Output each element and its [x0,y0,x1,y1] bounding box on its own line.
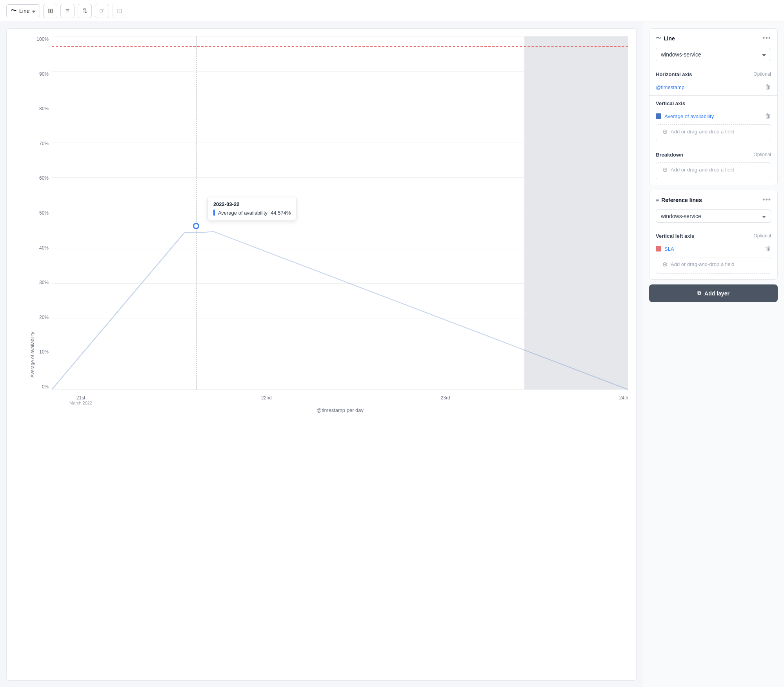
vertical-axis-field-name[interactable]: Average of availability [664,113,714,119]
horizontal-axis-field: @timestamp 🗑 [649,80,777,94]
sla-trash[interactable]: 🗑 [765,245,771,252]
reference-datasource-label: windows-service [661,213,701,219]
sla-field-name[interactable]: SLA [664,246,674,252]
tooltip-field-label: Average of availability [218,210,267,216]
y-tick-70: 70% [34,141,52,146]
vertical-axis-field: Average of availability 🗑 [649,109,777,123]
layer-section: 〜 Line ••• windows-service Horizontal ax… [649,28,778,185]
add-icon-breakdown: ⊕ [662,166,668,173]
y-tick-30: 30% [34,280,52,285]
reference-section-header: ≡ Reference lines ••• [649,190,777,210]
breakdown-add-field[interactable]: ⊕ Add or drag-and-drop a field [656,162,771,179]
layer-datasource-chevron [762,51,766,58]
chart-line-svg [52,36,628,390]
sort-icon: ⇅ [82,7,87,15]
y-tick-100: 100% [34,36,52,42]
layer-section-header: 〜 Line ••• [649,29,777,48]
sort-icon-button[interactable]: ⇅ [78,4,92,18]
vertical-left-axis-label: Vertical left axis Optional [649,228,777,242]
tooltip-date: 2022-03-22 [213,201,291,207]
reference-more-button[interactable]: ••• [762,196,771,204]
layer-datasource-label: windows-service [661,51,701,58]
timestamp-field[interactable]: @timestamp [656,84,684,90]
settings-icon: ≡ [66,7,69,15]
reference-title: ≡ Reference lines [656,197,702,203]
y-tick-80: 80% [34,106,52,111]
breakdown-label: Breakdown Optional [649,147,777,161]
reference-datasource-chevron [762,213,766,219]
x-tick-21: 21st March 2022 [69,395,92,405]
chart-type-dropdown[interactable]: 〜 Line [6,4,40,17]
disabled-icon-button: ⊡ [112,4,126,18]
add-layer-icon: ⧉ [697,290,701,297]
table-icon-button[interactable]: ⊞ [43,4,57,18]
y-tick-20: 20% [34,315,52,320]
table-icon: ⊞ [48,7,53,15]
y-tick-60: 60% [34,175,52,181]
y-tick-10: 10% [34,349,52,355]
disabled-icon: ⊡ [117,7,122,15]
y-tick-0: 0% [34,384,52,390]
vertical-axis-add-field[interactable]: ⊕ Add or drag-and-drop a field [656,124,771,141]
vertical-left-axis-field: SLA 🗑 [649,242,777,255]
reference-add-field[interactable]: ⊕ Add or drag-and-drop a field [656,257,771,274]
reference-datasource-dropdown[interactable]: windows-service [656,210,771,223]
y-axis: 0% 10% 20% 30% 40% 50% 60% 70% 80% 90% 1… [34,36,52,390]
chart-inner: 0% 10% 20% 30% 40% 50% 60% 70% 80% 90% 1… [34,36,628,390]
layer-more-button[interactable]: ••• [762,34,771,42]
pointer-icon: ☞ [99,7,105,15]
y-tick-90: 90% [34,71,52,77]
right-panel: 〜 Line ••• windows-service Horizontal ax… [643,22,784,687]
layer-datasource-dropdown[interactable]: windows-service [656,48,771,61]
y-axis-label: Average of availability [30,332,35,377]
data-point-marker [193,223,199,229]
horizontal-axis-trash[interactable]: 🗑 [765,84,771,91]
chart-type-label: Line [19,8,29,14]
vertical-axis-color [656,113,661,119]
x-axis: 21st March 2022 22nd 23rd 24th [69,395,628,405]
reference-icon: ≡ [656,197,659,203]
y-tick-50: 50% [34,210,52,216]
x-tick-22: 22nd [261,395,272,401]
tooltip-color-indicator [213,210,215,216]
y-tick-40: 40% [34,245,52,251]
reference-section: ≡ Reference lines ••• windows-service Ve… [649,190,778,280]
chart-plot: 2022-03-22 Average of availability 44.57… [52,36,628,390]
settings-icon-button[interactable]: ≡ [60,4,75,18]
main-content: Average of availability 0% 10% 20% 30% 4… [0,22,784,687]
horizontal-axis-label: Horizontal axis Optional [649,67,777,80]
tooltip-value: 44.574% [271,210,291,216]
line-chart-icon: 〜 [11,7,17,15]
add-icon-vertical: ⊕ [662,128,668,135]
line-icon: 〜 [656,35,661,42]
chart-area: Average of availability 0% 10% 20% 30% 4… [6,28,637,681]
add-icon-reference: ⊕ [662,261,668,268]
sla-color-square [656,246,661,251]
x-tick-24: 24th [619,395,628,401]
vertical-axis-label: Vertical axis [649,96,777,109]
add-layer-button[interactable]: ⧉ Add layer [649,284,778,302]
x-axis-label: @timestamp per day [52,407,628,413]
layer-type-title: 〜 Line [656,35,675,42]
add-layer-label: Add layer [704,290,729,297]
pointer-icon-button[interactable]: ☞ [95,4,109,18]
chevron-down-icon [32,8,36,14]
tooltip-row: Average of availability 44.574% [213,210,291,216]
x-tick-23: 23rd [441,395,450,401]
vertical-axis-trash[interactable]: 🗑 [765,113,771,120]
toolbar: 〜 Line ⊞ ≡ ⇅ ☞ ⊡ [0,0,784,22]
chart-tooltip: 2022-03-22 Average of availability 44.57… [207,197,297,220]
